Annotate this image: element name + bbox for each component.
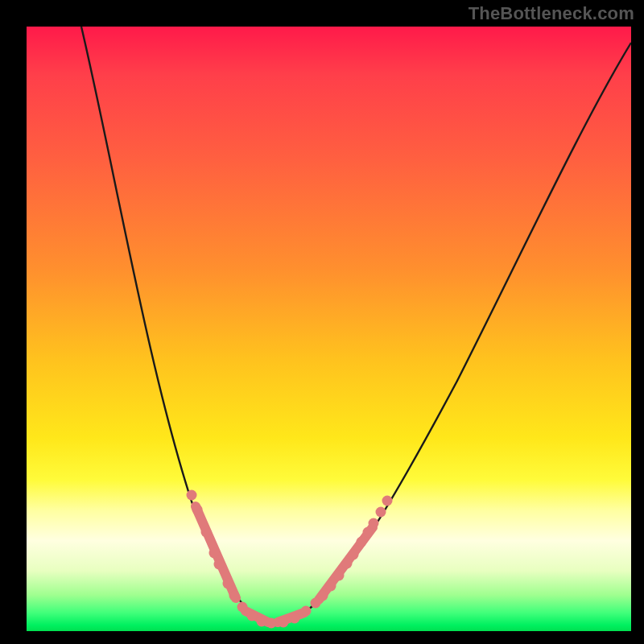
chart-frame: TheBottleneck.com	[0, 0, 644, 644]
data-dot	[334, 571, 345, 581]
watermark-text: TheBottleneck.com	[469, 3, 634, 24]
data-dot	[382, 496, 393, 506]
plot-area	[27, 27, 631, 631]
data-dot	[187, 490, 197, 501]
data-dot	[349, 550, 359, 560]
data-points-layer	[27, 27, 631, 631]
data-dot	[229, 591, 240, 601]
data-dot	[279, 617, 289, 628]
data-dot	[363, 527, 374, 538]
data-dot	[357, 537, 367, 547]
data-dot	[326, 581, 336, 592]
data-dot	[247, 611, 258, 621]
data-dot	[192, 505, 203, 515]
data-dot	[376, 507, 386, 518]
data-dot	[318, 591, 328, 601]
data-dot	[237, 602, 248, 613]
data-dot	[214, 559, 225, 570]
data-dot	[266, 618, 277, 629]
data-dot	[342, 559, 353, 569]
data-dot	[369, 518, 379, 529]
data-dot	[301, 606, 312, 617]
data-dot	[290, 613, 300, 624]
data-dot	[209, 548, 220, 559]
data-dot	[201, 527, 212, 538]
data-dot	[223, 579, 233, 589]
data-dot	[257, 617, 267, 627]
